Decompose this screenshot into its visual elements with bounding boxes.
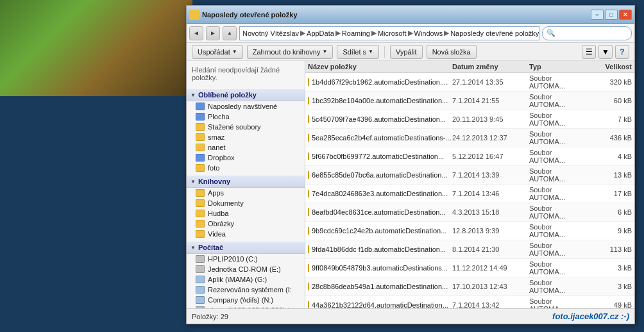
back-button[interactable]: ◄ [189,26,203,40]
file-date-cell: 7.1.2014 13:46 [452,190,529,197]
close-button[interactable]: ✕ [619,10,632,20]
table-row[interactable]: 44a3621b32122d64.automaticDestination...… [305,296,634,308]
file-name-cell: 9b9cdc69c1c24e2b.automaticDestination... [308,227,452,235]
table-row[interactable]: 5f667bc0fb699772.automaticDestination...… [305,147,634,166]
search-box[interactable]: 🔍 [542,26,632,40]
organize-label: Uspořádat [198,48,230,56]
col-header-size[interactable]: Velikost [587,63,632,71]
file-size-cell: 3 kB [587,283,632,290]
sidebar-item-c-drive[interactable]: HPLIP2010 (C:) [187,254,305,264]
view-details-button[interactable]: ☰ [582,45,596,59]
file-icon [308,78,309,86]
new-folder-label: Nová složka [432,48,471,56]
sidebar-item-pictures[interactable]: Obrázky [187,219,305,229]
file-list-panel: Název položky Datum změny Typ Velikost 1… [305,61,634,308]
table-row[interactable]: 6e855c85de07bc6a.automaticDestination...… [305,166,634,185]
file-icon [308,283,309,290]
file-size-cell: 320 kB [587,78,632,86]
sidebar-item-n-drive[interactable]: Company (\\difs) (N:) [187,295,305,305]
smaz-icon [196,133,205,141]
libraries-header[interactable]: ▼ Knihovny [187,176,305,188]
items-count: Položky: 29 [192,313,228,320]
n-drive-icon [196,296,205,304]
address-bar: ◄ ► ▲ Novotný Vítězslav ▶ AppData ▶ Roam… [187,24,634,43]
address-path[interactable]: Novotný Vítězslav ▶ AppData ▶ Roaming ▶ … [239,26,539,40]
minimize-button[interactable]: − [591,10,604,20]
col-header-type[interactable]: Typ [529,63,587,71]
recent-icon [196,103,205,110]
file-icon [308,153,309,160]
no-results-text: Hledání neodpovídají žádné položky. [192,66,280,81]
col-header-date[interactable]: Datum změny [452,63,529,71]
table-row[interactable]: 7e4dca80246863e3.automaticDestination...… [305,185,634,203]
file-size-cell: 113 kB [587,245,632,253]
file-icon [308,245,309,253]
help-button[interactable]: ? [615,45,629,59]
sidebar-item-foto[interactable]: foto [187,163,305,173]
file-date-cell: 7.1.2014 13:42 [452,301,529,308]
table-row[interactable]: 28c8b86deab549a1.automaticDestination...… [305,278,634,296]
file-size-cell: 9 kB [587,227,632,235]
col-header-name[interactable]: Název položky [308,63,452,71]
table-row[interactable]: 9fda41b86ddc f1db.automaticDestination..… [305,240,634,259]
table-row[interactable]: 9ff0849b054879b3.automaticDestinations..… [305,259,634,278]
table-row[interactable]: 1b4dd67f29cb1962.automaticDestination...… [305,73,634,92]
table-row[interactable]: 5c450709f7ae4396.automaticDestination...… [305,110,634,129]
sidebar-item-videos[interactable]: Videa [187,229,305,239]
organize-button[interactable]: Uspořádat ▼ [192,45,243,59]
path-segment-2: AppData [307,29,334,37]
toolbar-right: ☰ ▼ ? [582,45,629,59]
share-button[interactable]: Sdílet s ▼ [337,45,379,59]
table-row[interactable]: 9b9cdc69c1c24e2b.automaticDestination...… [305,222,634,240]
file-icon [308,115,309,123]
new-folder-button[interactable]: Nová složka [427,45,477,59]
c-drive-icon [196,255,205,263]
sidebar-item-desktop[interactable]: Plocha [187,112,305,122]
path-segment-5: Windows [414,29,443,37]
favorites-header[interactable]: ▼ Oblíbené položky [187,89,305,101]
sidebar-item-nanet[interactable]: nanet [187,142,305,153]
file-type-cell: Soubor AUTOMA... [529,223,587,238]
file-size-cell: 17 kB [587,190,632,197]
computer-header-label: Počítač [198,244,223,251]
computer-header[interactable]: ▼ Počítač [187,242,305,254]
sidebar-section-libraries: ▼ Knihovny Apps Dokumenty Hudba [187,176,305,239]
sidebar-item-i-drive[interactable]: Rezervováno systémem (I: [187,285,305,295]
i-drive-icon [196,286,205,294]
forward-button[interactable]: ► [206,26,220,40]
file-type-cell: Soubor AUTOMA... [529,93,587,108]
file-date-cell: 24.12.2013 12:37 [452,134,529,142]
file-date-cell: 20.11.2013 9:45 [452,115,529,123]
explorer-window: Naposledy otevřené položky − □ ✕ ◄ ► ▲ N… [186,5,635,324]
sidebar-item-g-drive[interactable]: Aplik (\MAMA) (G:) [187,274,305,285]
add-to-library-button[interactable]: Zahrnout do knihovny ▼ [247,45,334,59]
view-options-button[interactable]: ▼ [598,45,613,59]
table-row[interactable]: 5ea285eca6c2b4ef.automaticDestinations-.… [305,129,634,147]
music-icon [196,210,205,217]
background-photo [0,0,192,96]
sidebar-item-documents[interactable]: Dokumenty [187,198,305,208]
up-button[interactable]: ▲ [223,26,237,40]
sidebar-item-smaz[interactable]: smaz [187,132,305,142]
sidebar-item-recent[interactable]: Naposledy navštívené [187,101,305,112]
file-date-cell: 8.1.2014 21:30 [452,245,529,253]
file-date-cell: 4.3.2013 15:18 [452,208,529,216]
sidebar-item-music[interactable]: Hudba [187,208,305,219]
sidebar-item-apps[interactable]: Apps [187,188,305,198]
dropbox-icon [196,154,205,162]
downloads-icon [196,123,205,131]
burn-button[interactable]: Vypálit [390,45,423,59]
file-type-cell: Soubor AUTOMA... [529,204,587,220]
maximize-button[interactable]: □ [605,10,618,20]
content-area: Hledání neodpovídají žádné položky. ▼ Ob… [187,61,634,308]
table-row[interactable]: 1bc392b8e104a00e.automaticDestination...… [305,92,634,110]
file-type-cell: Soubor AUTOMA... [529,130,587,145]
file-type-cell: Soubor AUTOMA... [529,279,587,294]
table-row[interactable]: 8eafbd04ec8631ce.automaticDestination...… [305,203,634,222]
pictures-icon [196,220,205,228]
documents-icon [196,199,205,207]
sidebar-item-downloads[interactable]: Stažené soubory [187,122,305,132]
sidebar-item-e-drive[interactable]: Jednotka CD-ROM (E:) [187,264,305,274]
sidebar-item-dropbox[interactable]: Dropbox [187,153,305,163]
file-name-cell: 5c450709f7ae4396.automaticDestination... [308,115,452,123]
